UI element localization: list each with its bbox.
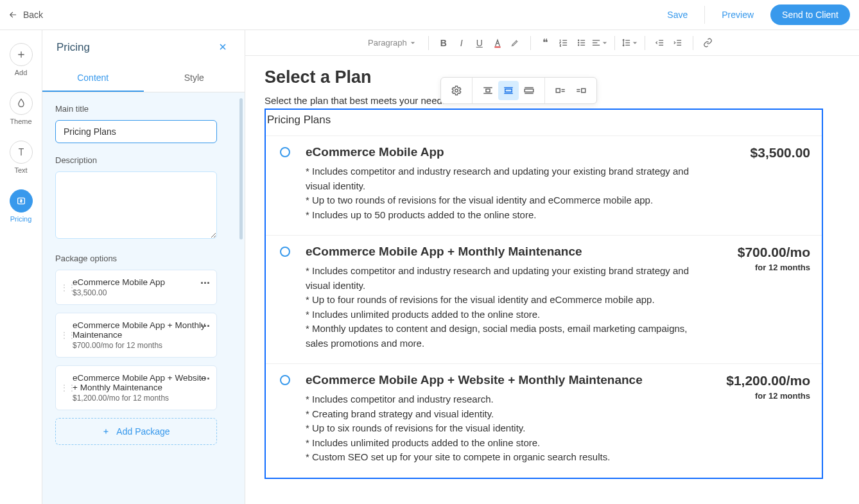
outdent-icon (655, 38, 664, 48)
svg-point-5 (455, 89, 458, 92)
width-wide-icon (503, 85, 514, 96)
line-height-icon (621, 38, 631, 48)
scrollbar[interactable] (239, 98, 243, 239)
svg-rect-1 (494, 46, 500, 48)
panel-body: Main title Description Package options ⋮… (42, 92, 245, 504)
rail-add[interactable]: Add (10, 43, 33, 76)
package-price: $1,200.00/mo for 12 months (73, 394, 209, 403)
link-button[interactable] (700, 35, 716, 51)
unordered-list-icon (577, 38, 586, 48)
chevron-down-icon (410, 40, 415, 46)
pricing-block-title: Pricing Plans (266, 110, 822, 135)
close-panel-button[interactable] (215, 38, 230, 58)
drag-handle-icon[interactable]: ⋮⋮ (60, 286, 76, 289)
align-block-left-button[interactable] (550, 81, 571, 100)
rail-pricing[interactable]: Pricing (10, 189, 33, 223)
main-title-input[interactable] (55, 120, 217, 143)
plan-price: $700.00/mo (720, 245, 810, 260)
svg-point-3 (578, 42, 579, 43)
chevron-down-icon (602, 40, 607, 46)
gear-icon (451, 85, 462, 96)
outdent-button[interactable] (652, 35, 668, 51)
add-package-button[interactable]: Add Package (55, 418, 217, 445)
send-to-client-button[interactable]: Send to Client (770, 4, 850, 25)
rail-text[interactable]: Text (10, 141, 33, 174)
rail-theme[interactable]: Theme (10, 92, 33, 125)
width-wide-button[interactable] (498, 81, 519, 100)
plan-radio[interactable] (280, 247, 290, 257)
plan-row: eCommerce Mobile App + Website + Monthly… (266, 363, 822, 478)
svg-rect-7 (505, 89, 512, 92)
bold-button[interactable]: B (435, 35, 452, 51)
plan-term: for 12 months (720, 391, 810, 401)
save-link[interactable]: Save (667, 10, 688, 20)
align-button[interactable] (591, 35, 608, 51)
package-menu-button[interactable]: ··· (200, 277, 210, 290)
indent-icon (673, 38, 682, 48)
package-card[interactable]: ⋮⋮ ··· eCommerce Mobile App + Monthly Ma… (55, 313, 217, 358)
tab-style[interactable]: Style (144, 65, 245, 92)
ordered-list-icon (559, 38, 568, 48)
plan-name: eCommerce Mobile App (306, 145, 707, 159)
package-price: $3,500.00 (73, 288, 209, 297)
paragraph-dropdown[interactable]: Paragraph (364, 35, 419, 50)
main-title-label: Main title (55, 104, 232, 114)
block-settings-button[interactable] (446, 81, 467, 100)
rail-theme-label: Theme (10, 117, 31, 125)
italic-button[interactable]: I (453, 35, 470, 51)
indent-button[interactable] (670, 35, 686, 51)
back-label: Back (23, 10, 43, 20)
package-menu-button[interactable]: ··· (200, 320, 210, 333)
align-block-right-button[interactable] (571, 81, 591, 100)
svg-point-2 (578, 40, 579, 40)
width-full-icon (523, 85, 535, 96)
underline-button[interactable]: U (471, 35, 488, 51)
svg-point-4 (578, 45, 579, 46)
package-name: eCommerce Mobile App + Website + Monthly… (73, 373, 209, 392)
link-icon (703, 38, 713, 48)
text-color-button[interactable] (489, 35, 506, 51)
package-card[interactable]: ⋮⋮ ··· eCommerce Mobile App $3,500.00 (55, 270, 217, 305)
package-card[interactable]: ⋮⋮ ··· eCommerce Mobile App + Website + … (55, 365, 217, 410)
side-panel: Pricing Content Style Main title Descrip… (42, 30, 245, 504)
tab-content[interactable]: Content (42, 65, 144, 92)
back-button[interactable]: Back (9, 10, 43, 20)
pricing-block[interactable]: Pricing Plans eCommerce Mobile App * Inc… (265, 109, 823, 479)
document-canvas[interactable]: Select a Plan Select the plan that best … (245, 56, 859, 504)
panel-title: Pricing (56, 41, 90, 54)
canvas-area: Paragraph B I U ❝ (245, 30, 859, 504)
plan-radio[interactable] (280, 147, 290, 157)
plan-radio[interactable] (280, 375, 290, 385)
preview-link[interactable]: Preview (722, 10, 754, 20)
block-toolbar (440, 77, 597, 104)
plan-name: eCommerce Mobile App + Website + Monthly… (306, 373, 707, 387)
align-block-left-icon (555, 85, 566, 96)
text-icon (16, 147, 26, 157)
text-color-icon (492, 38, 503, 48)
line-height-button[interactable] (621, 35, 638, 51)
drag-handle-icon[interactable]: ⋮⋮ (60, 387, 76, 389)
bullet-list-button[interactable] (573, 35, 590, 51)
close-icon (218, 42, 228, 52)
topbar: Back Save Preview Send to Client (0, 0, 859, 30)
divider (704, 6, 705, 24)
svg-rect-10 (582, 89, 586, 92)
highlight-button[interactable] (507, 35, 524, 51)
pricing-icon (16, 196, 26, 206)
drag-handle-icon[interactable]: ⋮⋮ (60, 334, 76, 336)
description-textarea[interactable] (55, 171, 217, 239)
left-rail: Add Theme Text Pricing (0, 30, 42, 504)
package-menu-button[interactable]: ··· (200, 372, 210, 386)
plan-price: $3,500.00 (720, 145, 810, 161)
droplet-icon (16, 98, 26, 109)
plan-price: $1,200.00/mo (720, 373, 810, 388)
plus-icon (16, 49, 26, 60)
svg-rect-8 (525, 89, 534, 92)
width-narrow-button[interactable] (478, 81, 498, 100)
rail-pricing-label: Pricing (10, 215, 32, 223)
width-full-button[interactable] (519, 81, 539, 100)
add-package-label: Add Package (116, 426, 169, 437)
quote-button[interactable]: ❝ (537, 35, 554, 51)
numbered-list-button[interactable] (555, 35, 572, 51)
plan-row: eCommerce Mobile App * Includes competit… (266, 135, 822, 235)
